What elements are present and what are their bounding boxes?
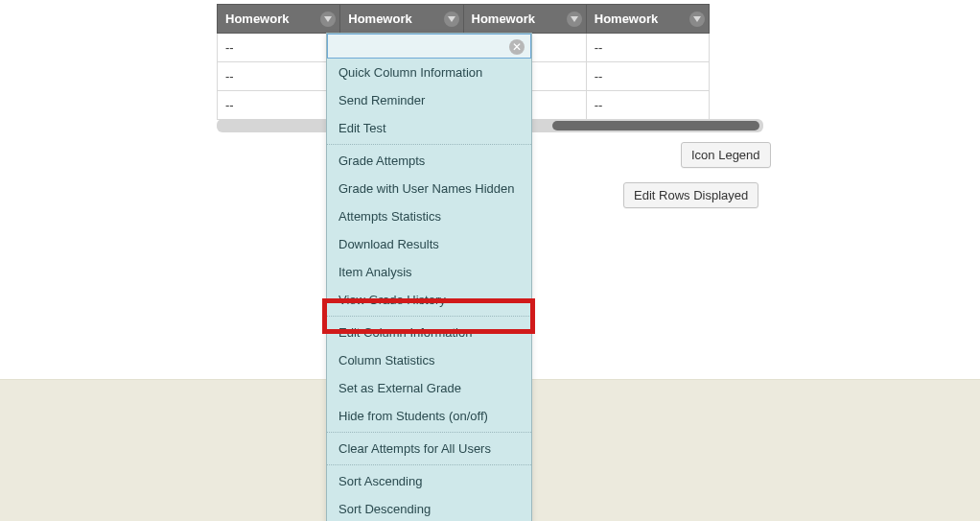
- menu-item[interactable]: Sort Descending: [327, 495, 531, 521]
- menu-search-row: ✕: [327, 34, 531, 59]
- menu-item[interactable]: Sort Ascending: [327, 467, 531, 495]
- menu-item[interactable]: Attempts Statistics: [327, 202, 531, 230]
- menu-item[interactable]: Grade Attempts: [327, 147, 531, 175]
- menu-item[interactable]: Edit Test: [327, 114, 531, 142]
- column-context-menu: ✕ Quick Column Information Send Reminder…: [326, 33, 532, 521]
- menu-divider: [327, 144, 531, 145]
- scrollbar-thumb[interactable]: [552, 121, 759, 130]
- chevron-down-icon[interactable]: [444, 12, 459, 27]
- edit-rows-button[interactable]: Edit Rows Displayed: [623, 182, 758, 208]
- icon-legend-button[interactable]: Icon Legend: [681, 142, 771, 168]
- menu-item[interactable]: Quick Column Information: [327, 59, 531, 86]
- close-icon[interactable]: ✕: [509, 39, 525, 55]
- grade-cell[interactable]: --: [586, 34, 709, 62]
- grade-cell[interactable]: --: [586, 91, 709, 120]
- column-header[interactable]: Homework: [586, 5, 709, 34]
- menu-item-edit-column-info[interactable]: Edit Column Information: [327, 319, 531, 346]
- grade-cell[interactable]: --: [218, 62, 340, 91]
- menu-divider: [327, 316, 531, 317]
- menu-item[interactable]: Set as External Grade: [327, 374, 531, 402]
- menu-item[interactable]: Clear Attempts for All Users: [327, 435, 531, 462]
- menu-item[interactable]: Item Analysis: [327, 258, 531, 286]
- menu-divider: [327, 432, 531, 433]
- menu-item[interactable]: Column Statistics: [327, 346, 531, 374]
- menu-item[interactable]: Hide from Students (on/off): [327, 402, 531, 430]
- column-header[interactable]: Homework: [340, 5, 463, 34]
- chevron-down-icon[interactable]: [320, 12, 336, 27]
- grade-cell[interactable]: --: [218, 34, 340, 62]
- menu-divider: [327, 464, 531, 465]
- grade-cell[interactable]: --: [586, 62, 709, 91]
- column-header-label: Homework: [225, 12, 289, 26]
- grade-cell[interactable]: --: [218, 91, 340, 120]
- column-header[interactable]: Homework: [218, 5, 340, 34]
- menu-item[interactable]: Download Results: [327, 230, 531, 258]
- column-header-label: Homework: [472, 12, 535, 26]
- chevron-down-icon[interactable]: [689, 12, 705, 27]
- menu-item[interactable]: View Grade History: [327, 286, 531, 314]
- column-header[interactable]: Homework: [463, 5, 586, 34]
- menu-item[interactable]: Grade with User Names Hidden: [327, 175, 531, 202]
- column-header-label: Homework: [348, 12, 411, 26]
- chevron-down-icon[interactable]: [567, 12, 582, 27]
- menu-item[interactable]: Send Reminder: [327, 86, 531, 114]
- column-header-label: Homework: [595, 12, 658, 26]
